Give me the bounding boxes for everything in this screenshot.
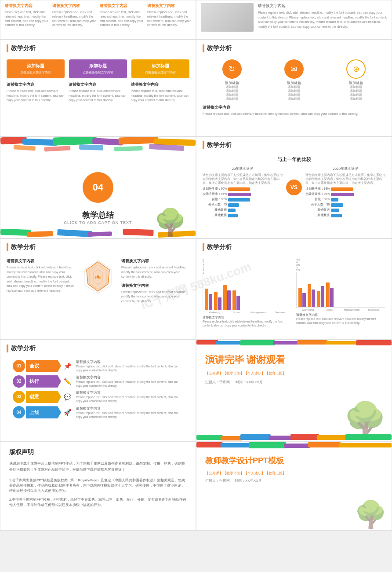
svg-rect-4 — [119, 137, 158, 145]
p6-bar-row: 计划升学率：93% — [305, 187, 385, 191]
p1-col-item: 请替换文字内容Please replace text, click add re… — [5, 3, 49, 27]
svg-rect-38 — [317, 435, 348, 440]
p6-bar-row: 分学人数：45 — [203, 203, 283, 207]
p4-icon-circle: ↻ — [222, 59, 242, 79]
p8-bar — [317, 291, 320, 307]
p9-row: 03 创意 💬 请替换文字内容 Please replace text, cli… — [7, 390, 189, 403]
p6-bar-fill — [228, 214, 238, 217]
orange-bar-icon — [7, 243, 8, 251]
p3-item-text: Please replace text, click add relevant … — [7, 89, 65, 103]
radar-chart: 标题 — [80, 258, 117, 296]
p8-bar-group — [326, 282, 334, 307]
p4-icon-circle: ⊕ — [346, 59, 366, 79]
p4-icon-circle: ✉ — [284, 59, 304, 79]
svg-rect-45 — [339, 443, 392, 447]
p8-bar — [236, 296, 240, 310]
chart2-labels: MarketingScoutManagementBusiness — [296, 308, 385, 311]
panel12-time: 时间：XX年XX月 — [235, 479, 261, 483]
panel3-title: 教学分析 — [0, 40, 196, 56]
svg-rect-34 — [221, 436, 243, 440]
p6-bar-row: 实际升级率：95% — [203, 192, 283, 196]
svg-rect-12 — [27, 231, 53, 237]
svg-rect-28 — [240, 340, 276, 345]
panel8-charts: 654321 MarketingScoutManagementBusiness … — [203, 258, 385, 327]
panel-row1-right: 请替换文字内容 Please replace text, click add r… — [196, 0, 392, 40]
p6-bar-label: 留级：30% — [305, 198, 330, 202]
p3-item: 请替换文字内容Please replace text, click add re… — [7, 82, 65, 103]
p1-col-text: Please replace text, click add relevant … — [147, 10, 191, 27]
p3-box-title: 添加标题 — [73, 63, 123, 69]
svg-text:标题: 标题 — [94, 276, 101, 279]
p9-arrow: 执行 — [26, 375, 61, 388]
panel10: 演讲完毕 谢谢观看 【公开课】【教学计划】【个人述职】【教育汇报】 汇报人：千库… — [196, 340, 392, 442]
panel11-title: 版权声明 — [9, 448, 187, 456]
p8-bar — [302, 293, 306, 307]
chart2-text-title: 请替换文字内容 — [296, 313, 318, 316]
p8-bar — [223, 285, 227, 310]
p9-text-body: Please replace text, click add relevant … — [76, 395, 183, 403]
p6-bar-row: 其他数据 — [203, 213, 283, 217]
p3-box: 添加标题点击更改添加文字内容 — [69, 59, 127, 78]
svg-rect-2 — [53, 137, 97, 146]
p8-x-label: Marketing — [204, 311, 225, 314]
panel4-icons: ↻ 添加标题 添加标题 添加标题添加标题添加标题 ✉ 添加标题 添加标题 添加标… — [203, 59, 385, 101]
p8-bar — [330, 288, 334, 307]
panel7-right-text2: Please replace text, click add relevant … — [121, 290, 189, 304]
p1-col-text: Please replace text, click add relevant … — [100, 10, 144, 27]
panel4-bottom: 请替换文字内容 Please replace text, click add r… — [203, 105, 385, 117]
p8-bar-group — [308, 284, 315, 307]
p3-item-title: 请替换文字内容 — [131, 82, 189, 88]
p9-text-title: 请替换文字内容 — [76, 390, 183, 395]
panel12-tree-icon: 🌳 — [354, 499, 387, 530]
p4-icon-sub: 添加标题 — [350, 85, 362, 89]
p6-bar-label: 交际升级率：96% — [305, 192, 330, 196]
svg-rect-9 — [114, 146, 143, 151]
orange-bar-icon — [203, 141, 204, 149]
p4-icon-item: ✉ 添加标题 添加标题 添加标题添加标题添加标题 — [265, 59, 323, 101]
panel8-title: 教学分析 — [196, 239, 392, 255]
p4-icon-item: ⊕ 添加标题 添加标题 添加标题添加标题添加标题 — [327, 59, 385, 101]
svg-rect-13 — [57, 229, 92, 237]
panel10-info: 汇报人：千库网 时间：XX年XX月 — [205, 380, 263, 385]
p4-icon-extra: 添加标题 — [288, 97, 300, 101]
p9-arrow: 创意 — [26, 391, 61, 403]
p1-col-item: 请替换文字内容Please replace text, click add re… — [147, 3, 191, 27]
panel4: 教学分析 ↻ 添加标题 添加标题 添加标题添加标题添加标题 ✉ 添加标题 添加标… — [196, 40, 392, 136]
p8-x-label: Business — [270, 311, 290, 314]
panel9-title-text: 教学分析 — [11, 345, 36, 352]
svg-rect-14 — [88, 231, 112, 237]
panel12-author: 汇报人：千库网 — [205, 479, 230, 483]
panel6-content: 与上一年的比较 20年基本状况 请您的文章主要内容下方按照规范方式填写，集中在系… — [196, 153, 392, 222]
p6-bar-row: 留级：90% — [203, 198, 283, 202]
panel3-boxes: 添加标题点击更改添加文字内容添加标题点击更改添加文字内容添加标题点击更改添加文字… — [0, 56, 196, 82]
p1-col-item: 请替换文字内容Please replace text, click add re… — [100, 3, 144, 27]
p6-bar-label: 其他数据 — [203, 213, 227, 217]
chart1-yaxis: 654321 — [203, 258, 292, 274]
svg-rect-43 — [284, 444, 310, 448]
panel7-right: 请替换文字内容 Please replace text, click add r… — [121, 258, 189, 304]
panel5-splash-top — [0, 137, 196, 172]
p1-col-title: 请替换文字内容 — [52, 3, 96, 9]
panel8-chart2: 4.543.532.5 MarketingScoutManagementBusi… — [296, 258, 385, 327]
p6-bar-label: 其他数据 — [203, 208, 227, 212]
panel12-splash-top — [196, 442, 392, 450]
p8-bar — [312, 290, 315, 307]
p6-bar-fill — [228, 198, 250, 202]
panel9-content: 01 会议 📌 请替换文字内容 Please replace text, cli… — [0, 356, 196, 425]
p4-icon-extra: 添加标题 — [350, 89, 362, 93]
p6-bar-row: 其他数据 — [203, 208, 283, 212]
p8-x-label: Management — [248, 311, 269, 314]
panel7-right-title1: 请替换文字内容 — [121, 258, 189, 264]
panel2-content: 请替换文字内容 Please replace text, click add r… — [196, 0, 392, 34]
p8-bar — [308, 284, 311, 307]
panel8-chart1: 654321 MarketingScoutManagementBusiness … — [203, 258, 292, 327]
svg-rect-30 — [297, 340, 328, 345]
panel10-splash-top — [196, 340, 392, 347]
p4-icon-label: 添加标题 — [349, 81, 363, 85]
p6-bar-fill — [331, 203, 343, 207]
p9-icon: 💬 — [61, 391, 73, 403]
p1-col-text: Please replace text, click add relevant … — [5, 10, 49, 27]
p3-item-text: Please replace text, click add relevant … — [131, 89, 189, 103]
panel2-image — [201, 3, 254, 32]
p6-bar-label: 计划升学率：93% — [305, 187, 330, 191]
